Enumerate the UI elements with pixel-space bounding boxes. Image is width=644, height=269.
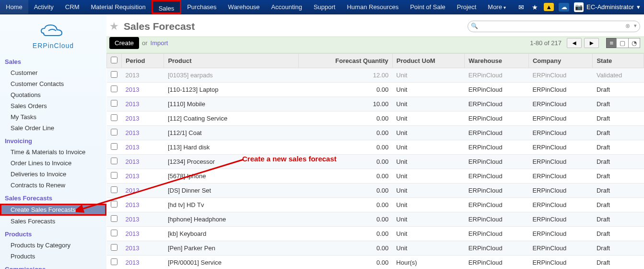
select-all-checkbox[interactable] [111, 57, 117, 63]
sidebar-item-create-sales-forecasts[interactable]: Create Sales Forecasts [0, 204, 106, 216]
table-row[interactable]: 2013[01035] earpads12.00UnitERPinCloudER… [107, 68, 644, 83]
sidebar: ERPinCloud SalesCustomerCustomer Contact… [0, 14, 106, 269]
cell-period: 2013 [122, 140, 164, 155]
mail-icon[interactable]: ✉ [517, 3, 526, 12]
sidebar-item-quotations[interactable]: Quotations [0, 89, 106, 100]
cell-wh: ERPinCloud [465, 140, 529, 155]
clear-icon[interactable]: ⊗ [625, 23, 630, 29]
nav-human-resources[interactable]: Human Resources [341, 0, 404, 14]
cell-wh: ERPinCloud [465, 111, 529, 126]
star-icon[interactable]: ★ [530, 3, 539, 12]
row-checkbox[interactable] [111, 244, 117, 251]
nav-purchases[interactable]: Purchases [181, 0, 222, 14]
sidebar-item-products-by-category[interactable]: Products by Category [0, 240, 106, 251]
row-checkbox[interactable] [111, 129, 117, 135]
nav-more[interactable]: More [482, 0, 511, 14]
col-period[interactable]: Period [122, 54, 164, 68]
view-graph-button[interactable]: ◔ [628, 38, 640, 48]
row-checkbox[interactable] [111, 201, 117, 208]
nav-activity[interactable]: Activity [28, 0, 59, 14]
cell-state: Draft [593, 183, 644, 198]
sidebar-item-sale-order-line[interactable]: Sale Order Line [0, 122, 106, 134]
user-name: EC-Administrator [586, 3, 634, 11]
row-checkbox[interactable] [111, 100, 117, 107]
alert-icon[interactable]: ▲ [544, 3, 554, 11]
cell-state: Draft [593, 169, 644, 183]
sidebar-item-sales-forecasts[interactable]: Sales Forecasts [0, 216, 106, 227]
table-row[interactable]: 2013[hd tv] HD Tv0.00UnitERPinCloudERPin… [107, 198, 644, 212]
prev-page-button[interactable]: ◄ [567, 38, 582, 48]
sidebar-item-customer[interactable]: Customer [0, 67, 106, 78]
favorite-icon[interactable]: ★ [109, 20, 119, 33]
col-state[interactable]: State [593, 54, 644, 68]
table-row[interactable]: 2013[112/1] Coat0.00UnitERPinCloudERPinC… [107, 126, 644, 140]
col-company[interactable]: Company [528, 54, 593, 68]
row-checkbox[interactable] [111, 114, 117, 121]
sidebar-item-my-tasks[interactable]: My Tasks [0, 111, 106, 122]
col-product[interactable]: Product [164, 54, 298, 68]
or-label: or [142, 39, 148, 47]
row-checkbox[interactable] [111, 86, 117, 92]
nav-sales[interactable]: Sales [152, 0, 182, 14]
logo: ERPinCloud [0, 18, 106, 54]
cell-qty: 0.00 [298, 183, 392, 198]
cell-uom: Unit [392, 155, 465, 169]
col-warehouse[interactable]: Warehouse [465, 54, 529, 68]
row-checkbox[interactable] [111, 215, 117, 222]
table-row[interactable]: 2013[113] Hard disk0.00UnitERPinCloudERP… [107, 140, 644, 155]
table-row[interactable]: 2013[hphone] Headphone0.00UnitERPinCloud… [107, 212, 644, 227]
cell-period: 2013 [122, 126, 164, 140]
table-row[interactable]: 2013[110-1123] Laptop0.00UnitERPinCloudE… [107, 83, 644, 97]
col-forecast-quantity[interactable]: Forecast Quantity [298, 54, 392, 68]
nav-material-requisition[interactable]: Material Requisition [85, 0, 151, 14]
sidebar-section-products: Products [0, 229, 106, 240]
col-product-uom[interactable]: Product UoM [392, 54, 465, 68]
row-checkbox[interactable] [111, 186, 117, 193]
chevron-down-icon: ▾ [637, 3, 640, 11]
row-checkbox[interactable] [111, 158, 117, 164]
nav-home[interactable]: Home [0, 0, 28, 14]
table-row[interactable]: 2013[PR/00001] Service0.00Hour(s)ERPinCl… [107, 256, 644, 269]
nav-warehouse[interactable]: Warehouse [222, 0, 266, 14]
search-input[interactable] [480, 23, 628, 30]
cloud-icon[interactable]: ☁ [559, 3, 569, 12]
table-row[interactable]: 2013[DS] Dinner Set0.00UnitERPinCloudERP… [107, 183, 644, 198]
next-page-button[interactable]: ► [584, 38, 599, 48]
row-checkbox[interactable] [111, 71, 117, 78]
sidebar-item-deliveries-to-invoice[interactable]: Deliveries to Invoice [0, 169, 106, 180]
table-row[interactable]: 2013[1234] Processor0.00UnitERPinCloudER… [107, 155, 644, 169]
cell-wh: ERPinCloud [465, 256, 529, 269]
cell-qty: 0.00 [298, 140, 392, 155]
view-form-button[interactable]: ▢ [616, 38, 629, 48]
table-row[interactable]: 2013[112] Coating Service0.00UnitERPinCl… [107, 111, 644, 126]
table-row[interactable]: 2013[Pen] Parker Pen0.00UnitERPinCloudER… [107, 241, 644, 256]
nav-project[interactable]: Project [451, 0, 482, 14]
sidebar-item-time-materials-to-invoice[interactable]: Time & Materials to Invoice [0, 147, 106, 158]
create-button[interactable]: Create [109, 37, 139, 49]
view-list-button[interactable]: ≡ [606, 38, 617, 48]
user-menu[interactable]: 📷 EC-Administrator ▾ [574, 2, 640, 12]
sidebar-item-contracts-to-renew[interactable]: Contracts to Renew [0, 180, 106, 191]
row-checkbox[interactable] [111, 258, 117, 265]
cell-uom: Unit [392, 126, 465, 140]
cell-uom: Unit [392, 140, 465, 155]
row-checkbox[interactable] [111, 172, 117, 179]
chevron-down-icon[interactable]: ▾ [634, 23, 637, 29]
table-row[interactable]: 2013[1110] Mobile10.00UnitERPinCloudERPi… [107, 97, 644, 111]
avatar-icon: 📷 [574, 2, 584, 12]
cell-qty: 0.00 [298, 169, 392, 183]
nav-point-of-sale[interactable]: Point of Sale [404, 0, 451, 14]
import-link[interactable]: Import [151, 39, 168, 47]
table-row[interactable]: 2013[5678] Iphone0.00UnitERPinCloudERPin… [107, 169, 644, 183]
sidebar-item-products[interactable]: Products [0, 251, 106, 262]
cell-uom: Unit [392, 198, 465, 212]
table-row[interactable]: 2013[kb] Keyboard0.00UnitERPinCloudERPin… [107, 227, 644, 241]
nav-support[interactable]: Support [308, 0, 341, 14]
row-checkbox[interactable] [111, 143, 117, 150]
sidebar-item-sales-orders[interactable]: Sales Orders [0, 100, 106, 111]
nav-accounting[interactable]: Accounting [266, 0, 308, 14]
nav-crm[interactable]: CRM [59, 0, 85, 14]
sidebar-item-order-lines-to-invoice[interactable]: Order Lines to Invoice [0, 158, 106, 169]
sidebar-item-customer-contacts[interactable]: Customer Contacts [0, 78, 106, 89]
row-checkbox[interactable] [111, 230, 117, 236]
